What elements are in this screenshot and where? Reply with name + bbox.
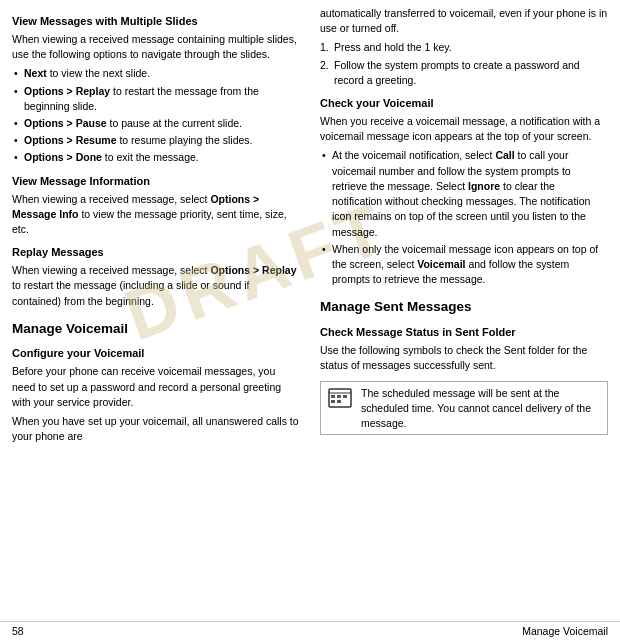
bold-voicemail: Voicemail xyxy=(417,258,465,270)
list-item: When only the voicemail message icon app… xyxy=(320,242,608,288)
bold-options-resume: Options > Resume xyxy=(24,134,116,146)
check-message-status-heading: Check Message Status in Sent Folder xyxy=(320,325,608,341)
svg-rect-3 xyxy=(337,395,341,398)
numbered-list: 1.Press and hold the 1 key. 2.Follow the… xyxy=(320,40,608,88)
manage-sent-heading: Manage Sent Messages xyxy=(320,297,608,317)
replay-messages-para: When viewing a received message, select … xyxy=(12,263,300,309)
view-message-info-para: When viewing a received message, select … xyxy=(12,192,300,238)
check-voicemail-heading: Check your Voicemail xyxy=(320,96,608,112)
bold-next: Next xyxy=(24,67,47,79)
svg-rect-6 xyxy=(337,400,341,403)
left-column: View Messages with Multiple Slides When … xyxy=(0,0,310,621)
footer-page-number: 58 xyxy=(12,625,24,637)
replay-messages-heading: Replay Messages xyxy=(12,245,300,261)
list-item: Options > Done to exit the message. xyxy=(12,150,300,165)
check-message-status-para: Use the following symbols to check the S… xyxy=(320,343,608,373)
view-multiple-slides-para: When viewing a received message containi… xyxy=(12,32,300,62)
list-item: Options > Replay to restart the message … xyxy=(12,84,300,114)
footer-bar: 58 Manage Voicemail xyxy=(0,621,620,640)
svg-rect-5 xyxy=(331,400,335,403)
list-item: Options > Pause to pause at the current … xyxy=(12,116,300,131)
configure-voicemail-para1: Before your phone can receive voicemail … xyxy=(12,364,300,410)
bold-options-done: Options > Done xyxy=(24,151,102,163)
info-box-icon xyxy=(325,386,355,410)
right-column: automatically transferred to voicemail, … xyxy=(310,0,620,621)
view-message-info-heading: View Message Information xyxy=(12,174,300,190)
bold-options-pause: Options > Pause xyxy=(24,117,107,129)
list-item: Next to view the next slide. xyxy=(12,66,300,81)
bold-options-replay2: Options > Replay xyxy=(210,264,296,276)
calendar-icon xyxy=(328,386,352,410)
list-item: Options > Resume to resume playing the s… xyxy=(12,133,300,148)
content-area: View Messages with Multiple Slides When … xyxy=(0,0,620,621)
check-voicemail-para1: When you receive a voicemail message, a … xyxy=(320,114,608,144)
check-voicemail-list: At the voicemail notification, select Ca… xyxy=(320,148,608,287)
bold-options-replay: Options > Replay xyxy=(24,85,110,97)
info-box: The scheduled message will be sent at th… xyxy=(320,381,608,435)
configure-voicemail-heading: Configure your Voicemail xyxy=(12,346,300,362)
view-multiple-slides-list: Next to view the next slide. Options > R… xyxy=(12,66,300,165)
svg-rect-2 xyxy=(331,395,335,398)
bold-call: Call xyxy=(495,149,514,161)
configure-voicemail-para2: When you have set up your voicemail, all… xyxy=(12,414,300,444)
list-item: 1.Press and hold the 1 key. xyxy=(320,40,608,55)
info-box-text: The scheduled message will be sent at th… xyxy=(361,386,603,430)
auto-transfer-para: automatically transferred to voicemail, … xyxy=(320,6,608,36)
list-item: 2.Follow the system prompts to create a … xyxy=(320,58,608,88)
manage-voicemail-heading: Manage Voicemail xyxy=(12,319,300,339)
bold-ignore: Ignore xyxy=(468,180,500,192)
svg-rect-4 xyxy=(343,395,347,398)
list-item: At the voicemail notification, select Ca… xyxy=(320,148,608,239)
bold-options-msginfo: Options > Message Info xyxy=(12,193,259,220)
page-container: DRAFT View Messages with Multiple Slides… xyxy=(0,0,620,640)
view-multiple-slides-heading: View Messages with Multiple Slides xyxy=(12,14,300,30)
footer-right-label: Manage Voicemail xyxy=(522,625,608,637)
